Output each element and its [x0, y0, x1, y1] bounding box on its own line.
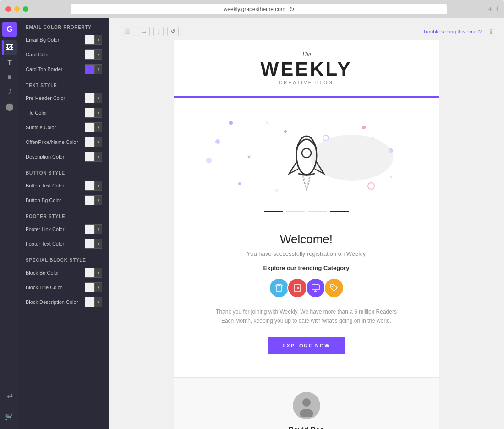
- card-top-border-input[interactable]: ▼: [85, 64, 102, 74]
- refresh-button[interactable]: ↺: [167, 27, 179, 36]
- pre-header-color-input[interactable]: ▼: [85, 93, 102, 103]
- block-title-color-swatch[interactable]: [85, 282, 95, 292]
- dot-3: [215, 139, 220, 144]
- cross-4: ×: [389, 173, 393, 181]
- card-color-label: Card Color: [26, 52, 50, 57]
- app-logo[interactable]: G: [2, 22, 17, 37]
- refresh-icon[interactable]: ↻: [289, 6, 295, 13]
- block-bg-color-arrow[interactable]: ▼: [95, 268, 102, 278]
- footer-link-color-label: Footer Link Color: [26, 226, 64, 232]
- button-bg-color-row: Button Bg Color ▼: [19, 193, 109, 208]
- card-top-border-row: Card Top Border ▼: [19, 62, 109, 77]
- special-block-section-header: SPECIAL BLOCK STYLE: [19, 251, 109, 265]
- block-bg-color-swatch[interactable]: [85, 268, 95, 278]
- image-icon: 🖼: [6, 44, 13, 52]
- block-title-color-arrow[interactable]: ▼: [95, 282, 102, 292]
- block-desc-color-label: Block Description Color: [26, 299, 78, 305]
- button-text-color-arrow[interactable]: ▼: [95, 181, 102, 191]
- explore-now-button[interactable]: EXPLORE NOW: [268, 337, 345, 354]
- button-text-color-input[interactable]: ▼: [85, 181, 102, 191]
- description-color-row: Description Color ▼: [19, 149, 109, 164]
- main-area: ⬜ ▭ ▯ ↺ Trouble seeing this email? ℹ The…: [109, 18, 504, 429]
- svg-rect-2: [294, 285, 301, 291]
- footer-link-color-input[interactable]: ▼: [85, 224, 102, 234]
- dash-1: [264, 211, 283, 212]
- block-desc-color-arrow[interactable]: ▼: [95, 297, 102, 307]
- tile-color-arrow[interactable]: ▼: [95, 108, 102, 118]
- card-top-border-swatch[interactable]: [85, 64, 95, 74]
- address-bar[interactable]: weekly.grapestheme.com ↻: [71, 4, 447, 14]
- maximize-button[interactable]: [23, 6, 28, 12]
- subtitle-color-swatch[interactable]: [85, 122, 95, 132]
- info-button[interactable]: ℹ: [490, 28, 492, 35]
- button-bg-color-input[interactable]: ▼: [85, 195, 102, 205]
- minimize-button[interactable]: [14, 6, 20, 12]
- button-bg-color-label: Button Bg Color: [26, 198, 61, 203]
- email-welcome: Welcome! You have sucsessfully registrat…: [174, 232, 439, 377]
- sidebar-item-share[interactable]: ⤴: [2, 84, 17, 99]
- sidebar-item-block[interactable]: ■: [2, 70, 17, 84]
- email-logo-sub: CREATIVE BLOG: [185, 80, 428, 85]
- sidebar-item-text[interactable]: T: [2, 55, 17, 70]
- footer-text-color-arrow[interactable]: ▼: [95, 239, 102, 249]
- offer-color-input[interactable]: ▼: [85, 137, 102, 147]
- tile-color-swatch[interactable]: [85, 108, 95, 118]
- tile-color-input[interactable]: ▼: [85, 108, 102, 118]
- email-bg-color-input[interactable]: ▼: [85, 35, 102, 45]
- email-bg-color-swatch[interactable]: [85, 35, 95, 45]
- footer-text-color-swatch[interactable]: [85, 239, 95, 249]
- icon-rail: G 🖼 T ■ ⤴ ⬤ ⇄ 🛒: [0, 18, 19, 429]
- description-color-input[interactable]: ▼: [85, 152, 102, 162]
- subtitle-color-arrow[interactable]: ▼: [95, 122, 102, 132]
- window-chrome: weekly.grapestheme.com ↻ + ℹ: [0, 0, 504, 18]
- description-color-swatch[interactable]: [85, 152, 95, 162]
- new-tab-button[interactable]: +: [488, 5, 493, 14]
- footer-link-color-swatch[interactable]: [85, 224, 95, 234]
- hero-illustration: × × × × ×: [192, 112, 421, 204]
- shirt-icon: [274, 283, 284, 293]
- dash-2: [286, 211, 305, 212]
- pre-header-color-arrow[interactable]: ▼: [95, 93, 102, 103]
- email-bg-color-label: Email Bg Color: [26, 37, 59, 43]
- email-logo-weekly: WEEKLY: [185, 58, 428, 80]
- block-bg-color-input[interactable]: ▼: [85, 268, 102, 278]
- email-card-1: × × × × ×: [174, 98, 439, 378]
- cart-icon: 🛒: [5, 412, 14, 421]
- category-icon-1: [269, 278, 289, 298]
- trouble-link[interactable]: Trouble seeing this email?: [423, 29, 482, 34]
- footer-link-color-arrow[interactable]: ▼: [95, 224, 102, 234]
- email-bg-color-arrow[interactable]: ▼: [95, 35, 102, 45]
- tablet-view-button[interactable]: ▭: [138, 27, 150, 36]
- card-top-border-arrow[interactable]: ▼: [95, 64, 102, 74]
- svg-rect-3: [312, 285, 319, 290]
- share-icon: ⤴: [8, 88, 11, 95]
- offer-color-swatch[interactable]: [85, 137, 95, 147]
- block-title-color-input[interactable]: ▼: [85, 282, 102, 292]
- block-desc-color-input[interactable]: ▼: [85, 297, 102, 307]
- shuffle-button[interactable]: ⇄: [2, 388, 17, 402]
- footer-link-color-row: Footer Link Color ▼: [19, 222, 109, 236]
- block-bg-color-row: Block Bg Color ▼: [19, 265, 109, 280]
- card-color-arrow[interactable]: ▼: [95, 50, 102, 60]
- button-bg-color-swatch[interactable]: [85, 195, 95, 205]
- pre-header-color-label: Pre-Header Color: [26, 95, 65, 101]
- close-button[interactable]: [5, 6, 11, 12]
- offer-color-arrow[interactable]: ▼: [95, 137, 102, 147]
- subtitle-color-input[interactable]: ▼: [85, 122, 102, 132]
- info-icon[interactable]: ℹ: [496, 6, 499, 13]
- button-bg-color-arrow[interactable]: ▼: [95, 195, 102, 205]
- card-color-input[interactable]: ▼: [85, 50, 102, 60]
- cart-button[interactable]: 🛒: [2, 409, 17, 424]
- card-color-swatch[interactable]: [85, 50, 95, 60]
- button-text-color-swatch[interactable]: [85, 181, 95, 191]
- email-canvas: The WEEKLY CREATIVE BLOG: [174, 40, 439, 429]
- sidebar-item-image[interactable]: 🖼: [2, 40, 17, 55]
- desktop-view-button[interactable]: ⬜: [121, 27, 134, 36]
- pre-header-color-swatch[interactable]: [85, 93, 95, 103]
- sidebar-item-record[interactable]: ⬤: [2, 99, 17, 114]
- block-desc-color-swatch[interactable]: [85, 297, 95, 307]
- mobile-view-button[interactable]: ▯: [153, 27, 164, 36]
- footer-text-color-input[interactable]: ▼: [85, 239, 102, 249]
- description-color-arrow[interactable]: ▼: [95, 152, 102, 162]
- category-icons: [192, 278, 421, 298]
